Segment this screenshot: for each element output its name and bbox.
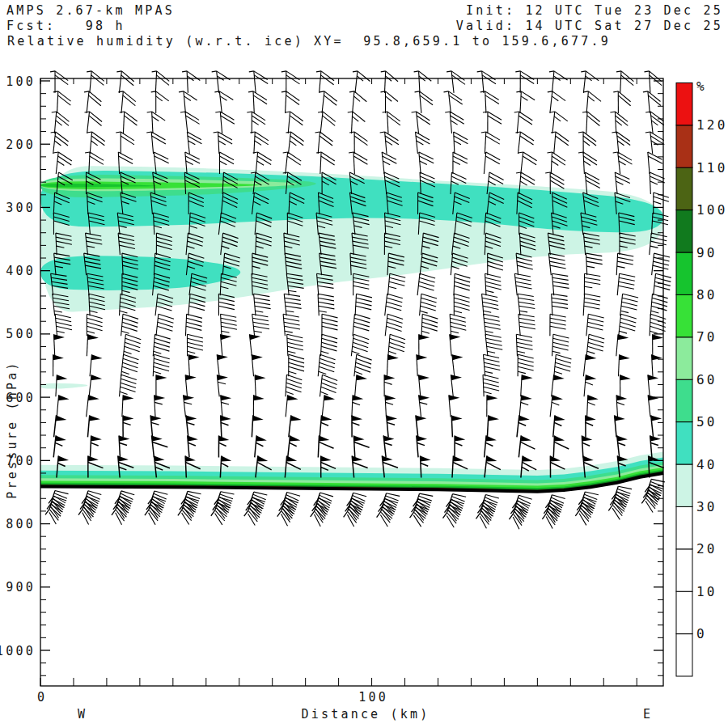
colorbar-label: 90 [696,245,717,260]
colorbar-segment [676,83,692,125]
humidity-band-30 [40,383,87,389]
x-axis-title: Distance (km) [244,707,487,722]
wind-barb-column [277,71,305,526]
y-tick-label: 500 [6,327,36,341]
colorbar-label: 80 [696,287,717,303]
colorbar-label: 20 [696,541,717,557]
humidity-shaded-bands [40,166,663,388]
wind-barb-column [542,71,571,529]
x-tick-label: 0 [37,690,47,705]
wind-barb-column [410,71,439,527]
init-time: Init: 12 UTC Tue 23 Dec 25 [466,3,723,18]
colorbar-segment [676,379,692,421]
colorbar-segment [676,422,692,464]
colorbar-label: 120 [696,117,728,133]
colorbar-label: 60 [696,372,717,387]
colorbar-segment [676,125,692,167]
weather-cross-section-page: 10020030040050060070080090010000100 0102… [0,0,728,728]
y-tick-label: 300 [6,201,36,215]
y-tick-label: 200 [6,138,36,152]
field-title: Relative humidity (w.r.t. ice) [7,34,304,49]
valid-time: Valid: 14 UTC Sat 27 Dec 25 [456,19,723,33]
colorbar-label: 110 [696,160,728,176]
x-tick-label: 100 [358,690,388,705]
colorbar-label: 10 [696,584,717,599]
y-axis-title: Pressure (hPa) [5,353,19,506]
forecast-hour: Fcst: 98 h [6,19,125,33]
colorbar-label: 100 [696,202,728,218]
east-end-label: E [624,707,672,722]
y-tick-label: 800 [6,517,36,531]
wind-barb-column [641,71,671,513]
colorbar-label: 0 [696,626,707,641]
colorbar-segment [676,294,692,336]
colorbar-segment [676,464,692,506]
west-end-label: W [58,707,107,722]
wind-barb-column [575,71,604,525]
y-tick-label: 400 [6,264,36,278]
colorbar: 0102030405060708090100110120% [676,78,728,676]
colorbar-label: 70 [696,329,717,345]
colorbar-segment [676,634,692,676]
wind-barb-column [344,71,372,527]
colorbar-label: 40 [696,457,717,472]
colorbar-segment [676,210,692,252]
y-tick-label: 100 [6,74,36,89]
colorbar-label: 30 [696,499,717,514]
colorbar-segment [676,549,692,591]
cross-section-svg: 10020030040050060070080090010000100 0102… [0,0,728,728]
model-title: AMPS 2.67-km MPAS [6,3,175,18]
xy-extent: XY= 95.8,659.1 to 159.6,677.9 [314,34,611,49]
wind-barb-column [311,71,338,527]
wind-barb-column [443,71,472,527]
colorbar-segment [676,591,692,633]
wind-barb-column [476,71,504,528]
wind-barb-column [509,71,536,529]
wind-barb-column [377,71,406,527]
y-tick-label: 900 [6,580,36,595]
colorbar-segment [676,252,692,294]
wind-barb-column [608,71,638,520]
colorbar-segment [676,337,692,379]
colorbar-segment [676,167,692,210]
y-tick-label: 1000 [0,644,36,658]
colorbar-label: 50 [696,414,717,430]
colorbar-segment [676,506,692,548]
colorbar-unit: % [696,78,707,94]
wind-barb-column [244,71,272,526]
